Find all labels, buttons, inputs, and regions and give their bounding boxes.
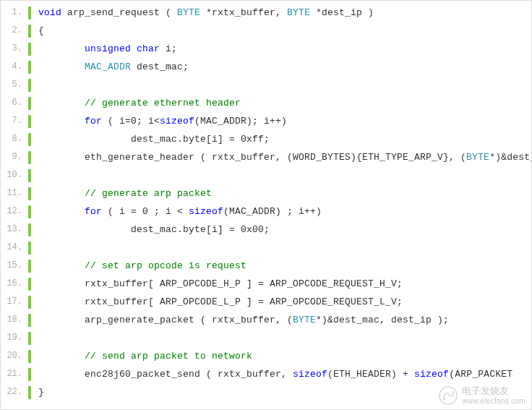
line-number: 4. [1, 58, 28, 76]
code-line: 8. dest_mac.byte[i] = 0xff; [1, 130, 531, 148]
line-number: 2. [1, 22, 28, 40]
code-line: 1.void arp_send_request ( BYTE *rxtx_buf… [1, 4, 531, 22]
code-line: 14. [1, 239, 531, 257]
code-line: 22.} [1, 383, 531, 401]
code-line: 5. [1, 76, 531, 94]
code-content: // send arp packet to network [31, 347, 252, 365]
code-content: // generate ethernet header [31, 94, 241, 112]
line-number: 17. [1, 293, 28, 311]
line-number: 19. [1, 329, 28, 347]
code-content: unsigned char i; [31, 40, 177, 58]
line-number: 13. [1, 221, 28, 239]
line-number: 18. [1, 311, 28, 329]
code-content: MAC_ADDR dest_mac; [31, 58, 189, 76]
line-number: 5. [1, 76, 28, 94]
change-marker-icon [28, 79, 31, 92]
code-line: 16. rxtx_buffer[ ARP_OPCODE_H_P ] = ARP_… [1, 275, 531, 293]
line-number: 11. [1, 184, 28, 202]
line-number: 6. [1, 94, 28, 112]
code-line: 9. eth_generate_header ( rxtx_buffer, (W… [1, 148, 531, 166]
line-number: 21. [1, 365, 28, 383]
code-content: // generate arp packet [31, 184, 212, 202]
change-marker-icon [28, 242, 31, 255]
code-line: 11. // generate arp packet [1, 184, 531, 202]
code-line: 19. [1, 329, 531, 347]
code-line: 20. // send arp packet to network [1, 347, 531, 365]
line-number: 9. [1, 148, 28, 166]
code-content: for ( i=0; i<sizeof(MAC_ADDR); i++) [31, 112, 287, 130]
code-line: 6. // generate ethernet header [1, 94, 531, 112]
code-line: 18. arp_generate_packet ( rxtx_buffer, (… [1, 311, 531, 329]
code-content: dest_mac.byte[i] = 0xff; [31, 130, 270, 148]
code-content: { [31, 22, 44, 40]
line-number: 16. [1, 275, 28, 293]
line-number: 10. [1, 166, 28, 184]
code-content: rxtx_buffer[ ARP_OPCODE_H_P ] = ARP_OPCO… [31, 275, 403, 293]
code-content: void arp_send_request ( BYTE *rxtx_buffe… [31, 4, 374, 22]
code-line: 2.{ [1, 22, 531, 40]
line-number: 14. [1, 239, 28, 257]
code-line: 21. enc28j60_packet_send ( rxtx_buffer, … [1, 365, 531, 383]
line-number: 12. [1, 202, 28, 221]
line-number: 1. [1, 4, 28, 22]
code-line: 10. [1, 166, 531, 184]
line-number: 15. [1, 257, 28, 275]
line-number: 7. [1, 112, 28, 130]
code-line: 12. for ( i = 0 ; i < sizeof(MAC_ADDR) ;… [1, 202, 531, 221]
code-line: 15. // set arp opcode is request [1, 257, 531, 275]
line-number: 3. [1, 40, 28, 58]
code-line: 17. rxtx_buffer[ ARP_OPCODE_L_P ] = ARP_… [1, 293, 531, 311]
line-number: 20. [1, 347, 28, 365]
line-number: 22. [1, 383, 28, 401]
change-marker-icon [28, 169, 31, 182]
code-content: } [31, 383, 44, 401]
code-line: 7. for ( i=0; i<sizeof(MAC_ADDR); i++) [1, 112, 531, 130]
code-line: 3. unsigned char i; [1, 40, 531, 58]
code-line: 13. dest_mac.byte[i] = 0x00; [1, 221, 531, 239]
code-content: // set arp opcode is request [31, 257, 246, 275]
code-line: 4. MAC_ADDR dest_mac; [1, 58, 531, 76]
change-marker-icon [28, 332, 31, 345]
line-number: 8. [1, 130, 28, 148]
code-content: arp_generate_packet ( rxtx_buffer, (BYTE… [31, 311, 449, 329]
code-content: enc28j60_packet_send ( rxtx_buffer, size… [31, 365, 512, 383]
code-listing: 1.void arp_send_request ( BYTE *rxtx_buf… [1, 1, 531, 404]
code-content: rxtx_buffer[ ARP_OPCODE_L_P ] = ARP_OPCO… [31, 293, 403, 311]
code-content: dest_mac.byte[i] = 0x00; [31, 221, 270, 239]
code-content: eth_generate_header ( rxtx_buffer, (WORD… [31, 148, 532, 166]
code-content: for ( i = 0 ; i < sizeof(MAC_ADDR) ; i++… [31, 202, 322, 221]
